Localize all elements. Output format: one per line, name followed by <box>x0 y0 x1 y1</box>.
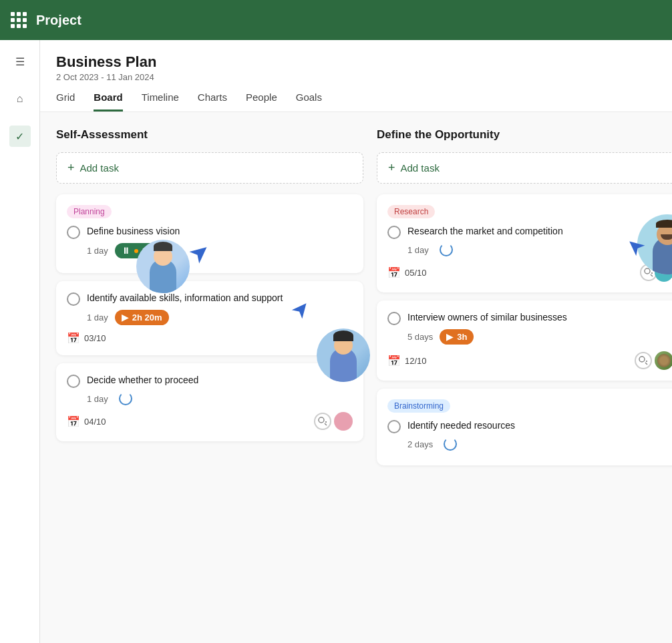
task-name-b1: Identify needed resources <box>407 419 515 433</box>
app-grid-icon[interactable] <box>11 12 27 28</box>
badge-planning: Planning <box>67 205 112 218</box>
sidebar-home-icon[interactable]: ⌂ <box>9 88 31 110</box>
task-checkbox-3[interactable] <box>67 375 80 388</box>
project-title: Business Plan <box>56 53 656 71</box>
task-checkbox-b1[interactable] <box>387 420 401 433</box>
avatar-teal-r1 <box>655 263 672 282</box>
plus-icon: + <box>67 161 75 175</box>
play-icon-2: ▶ <box>122 312 128 323</box>
task-group-planning: Planning Define business vision 1 day ⏸ <box>56 194 363 273</box>
svg-line-9 <box>645 363 647 365</box>
svg-line-1 <box>325 423 327 425</box>
main-content: Business Plan 2 Oct 2023 - 11 Jan 2024 G… <box>40 40 672 643</box>
timer-value-1: 1h 27m <box>142 246 172 256</box>
plus-icon-2: + <box>388 161 395 175</box>
svg-point-4 <box>645 268 650 274</box>
svg-line-5 <box>651 274 653 276</box>
task-date-3: 📅 04/10 <box>67 415 106 428</box>
task-duration-1: 1 day <box>87 246 108 256</box>
task-date-r2: 📅 12/10 <box>387 355 427 367</box>
spinner-icon-r1 <box>440 243 453 256</box>
tab-timeline[interactable]: Timeline <box>142 91 179 112</box>
calendar-icon-r2: 📅 <box>387 355 401 367</box>
task-decide: Decide whether to proceed 1 day 📅 04/10 <box>56 363 363 441</box>
add-task-label-2: Add task <box>401 162 440 174</box>
spinner-icon-b1 <box>444 437 457 451</box>
spinner-icon-3 <box>119 392 132 405</box>
badge-brainstorming: Brainstorming <box>387 399 450 413</box>
column-define-opportunity: Define the Opportunity + Add task Resear… <box>377 128 672 627</box>
task-avatars-3 <box>314 412 353 431</box>
task-checkbox-1[interactable] <box>67 226 80 239</box>
play-icon-r2: ▶ <box>446 332 453 342</box>
task-checkbox-r2[interactable] <box>387 312 401 325</box>
avatar-green-r2 <box>655 351 672 370</box>
avatar-pink-3 <box>334 412 353 431</box>
tab-charts[interactable]: Charts <box>198 91 227 112</box>
tab-people[interactable]: People <box>246 91 277 112</box>
task-duration-3: 1 day <box>87 394 108 404</box>
task-research-market: Research the market and competition 1 da… <box>387 225 672 282</box>
column-self-assessment: Self-Assessment + Add task Planning Defi… <box>56 128 363 627</box>
date-value-3: 04/10 <box>84 417 106 427</box>
date-value-2: 03/10 <box>84 333 106 343</box>
pause-icon: ⏸ <box>122 246 130 256</box>
task-date-2: 📅 03/10 <box>67 332 106 345</box>
task-name-r1: Research the market and competition <box>407 225 563 238</box>
column-title-define-opportunity: Define the Opportunity <box>377 128 672 142</box>
task-identify-skills: Identify available skills, information a… <box>56 281 363 355</box>
task-define-business-vision: Define business vision 1 day ⏸ 1h 27m <box>67 225 353 258</box>
column-title-self-assessment: Self-Assessment <box>56 128 363 142</box>
svg-point-8 <box>639 357 645 362</box>
timer-value-r2: 3h <box>457 332 467 342</box>
avatar-add-3[interactable] <box>314 413 331 430</box>
task-duration-b1: 2 days <box>407 439 433 449</box>
task-name-r2: Interview owners of similar businesses <box>407 311 567 325</box>
task-duration-r1: 1 day <box>407 245 429 255</box>
tab-goals[interactable]: Goals <box>296 91 322 112</box>
task-checkbox-2[interactable] <box>67 292 80 306</box>
add-task-self-assessment[interactable]: + Add task <box>56 152 363 184</box>
add-task-define-opportunity[interactable]: + Add task <box>377 152 672 184</box>
avatar-add-r2[interactable] <box>635 352 652 369</box>
svg-point-0 <box>319 417 324 423</box>
timer-pill-2[interactable]: ▶ 2h 20m <box>115 310 169 325</box>
date-value-r2: 12/10 <box>405 356 427 366</box>
calendar-icon-2: 📅 <box>67 332 80 345</box>
timer-dot <box>134 249 138 253</box>
task-interview-owners: Interview owners of similar businesses 5… <box>377 300 672 381</box>
task-name-3: Decide whether to proceed <box>87 374 198 387</box>
app-title: Project <box>36 13 81 28</box>
tab-board[interactable]: Board <box>94 91 122 112</box>
project-header: Business Plan 2 Oct 2023 - 11 Jan 2024 G… <box>40 40 672 112</box>
badge-research: Research <box>387 205 435 218</box>
task-name-2: Identify available skills, information a… <box>87 292 283 305</box>
add-task-label: Add task <box>80 162 119 174</box>
task-checkbox-r1[interactable] <box>387 226 401 239</box>
calendar-icon-r1: 📅 <box>387 266 401 279</box>
board-content: Self-Assessment + Add task Planning Defi… <box>40 112 672 643</box>
task-duration-r2: 5 days <box>407 332 433 342</box>
task-group-brainstorming: Brainstorming Identify needed resources … <box>377 389 672 465</box>
timer-pill-r2[interactable]: ▶ 3h <box>440 329 474 345</box>
project-dates: 2 Oct 2023 - 11 Jan 2024 <box>56 72 656 82</box>
tab-grid[interactable]: Grid <box>56 91 75 112</box>
timer-pill-1[interactable]: ⏸ 1h 27m <box>115 243 179 258</box>
date-value-r1: 05/10 <box>405 268 427 278</box>
calendar-icon-3: 📅 <box>67 415 80 428</box>
sidebar-menu-icon[interactable]: ☰ <box>9 51 31 72</box>
task-group-research: Research Research the market and competi… <box>377 194 672 292</box>
sidebar-check-icon[interactable]: ✓ <box>9 126 31 147</box>
task-avatars-r2 <box>635 351 672 370</box>
task-avatars-r1 <box>640 263 672 282</box>
task-duration-2: 1 day <box>87 312 108 323</box>
task-name-1: Define business vision <box>87 225 180 238</box>
sidebar: ☰ ⌂ ✓ <box>0 40 40 643</box>
task-date-r1: 📅 05/10 <box>387 266 427 279</box>
timer-value-2: 2h 20m <box>132 312 162 323</box>
nav-tabs: Grid Board Timeline Charts People Goals <box>56 91 656 112</box>
top-bar: Project <box>0 0 672 40</box>
